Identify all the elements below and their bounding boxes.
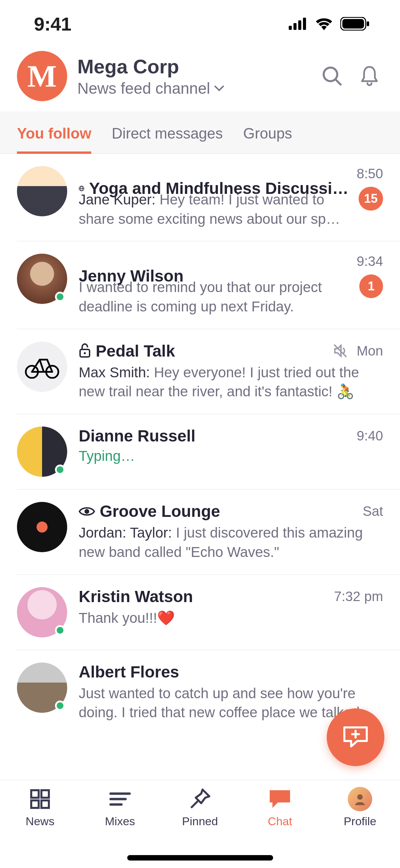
- nav-label: Pinned: [182, 815, 218, 828]
- search-icon: [322, 66, 343, 87]
- channel-name: News feed channel: [77, 79, 210, 97]
- status-time: 9:41: [34, 13, 71, 35]
- svg-point-27: [357, 794, 363, 800]
- workspace-logo[interactable]: M: [17, 51, 67, 101]
- chat-row[interactable]: Kristin Watson 7:32 pm Thank you!!!❤️: [17, 575, 400, 650]
- status-bar: 9:41: [0, 0, 400, 48]
- presence-indicator: [55, 625, 65, 635]
- chat-list[interactable]: Yoga and Mindfulness Discussi… 8:50 15 J…: [0, 154, 400, 735]
- svg-line-8: [336, 79, 341, 85]
- new-chat-button[interactable]: [327, 708, 384, 766]
- svg-rect-20: [31, 790, 39, 798]
- chat-title: Pedal Talk: [79, 342, 327, 360]
- workspace-title: Mega Corp: [77, 55, 308, 78]
- nav-label: Mixes: [105, 815, 135, 828]
- presence-indicator: [55, 701, 65, 711]
- header: M Mega Corp News feed channel: [0, 48, 400, 111]
- channel-selector[interactable]: News feed channel: [77, 79, 308, 97]
- svg-rect-21: [41, 790, 49, 798]
- mixes-icon: [109, 791, 131, 807]
- chevron-down-icon: [214, 85, 224, 92]
- nav-label: Profile: [344, 815, 376, 828]
- presence-indicator: [55, 465, 65, 475]
- wifi-icon: [315, 17, 333, 30]
- nav-profile[interactable]: Profile: [329, 787, 391, 868]
- search-button[interactable]: [319, 62, 346, 90]
- avatar: [17, 587, 67, 637]
- chat-title: Dianne Russell: [79, 427, 348, 445]
- svg-rect-6: [367, 21, 369, 26]
- svg-rect-23: [41, 800, 49, 808]
- chat-preview: Thank you!!!❤️: [79, 609, 383, 628]
- avatar: [17, 663, 67, 713]
- cellular-icon: [289, 18, 308, 30]
- svg-rect-2: [298, 20, 301, 30]
- new-message-icon: [342, 725, 369, 749]
- eye-icon: [79, 506, 95, 517]
- svg-rect-3: [303, 18, 306, 30]
- chat-preview: Jordan: Taylor: I just discovered this a…: [79, 523, 383, 562]
- header-titles[interactable]: Mega Corp News feed channel: [77, 55, 308, 97]
- chat-title: Groove Lounge: [79, 502, 355, 521]
- typing-indicator: Typing…: [79, 448, 383, 464]
- chat-row[interactable]: Pedal Talk Mon Max Smith: Hey everyone! …: [17, 329, 400, 414]
- notifications-button[interactable]: [356, 62, 383, 90]
- chat-time: 8:50: [357, 166, 383, 181]
- svg-rect-22: [31, 800, 39, 808]
- avatar: [17, 427, 67, 477]
- avatar: [17, 342, 67, 392]
- lock-icon: [79, 343, 91, 358]
- tab-you-follow[interactable]: You follow: [17, 118, 91, 153]
- news-icon: [29, 788, 51, 810]
- chat-row[interactable]: Jenny Wilson 9:34 1 I wanted to remind y…: [17, 241, 400, 329]
- avatar: [17, 254, 67, 304]
- chat-title: Kristin Watson: [79, 587, 326, 606]
- unread-badge: 15: [359, 187, 383, 211]
- chat-time: 7:32 pm: [334, 589, 383, 604]
- nav-label: News: [25, 815, 54, 828]
- chat-row[interactable]: Groove Lounge Sat Jordan: Taylor: I just…: [17, 490, 400, 575]
- muted-icon: [332, 343, 348, 359]
- svg-rect-1: [293, 23, 297, 30]
- chat-time: Mon: [357, 343, 383, 359]
- svg-rect-0: [289, 26, 292, 30]
- bicycle-icon: [23, 355, 61, 379]
- chat-preview: Max Smith: Hey everyone! I just tried ou…: [79, 363, 383, 401]
- chat-row[interactable]: Yoga and Mindfulness Discussi… 8:50 15 J…: [17, 154, 400, 241]
- tab-bar: You follow Direct messages Groups: [0, 111, 400, 154]
- avatar: [17, 166, 67, 216]
- chat-time: Sat: [363, 504, 383, 519]
- pin-icon: [189, 788, 211, 810]
- chat-title: Albert Flores: [79, 663, 383, 681]
- bell-icon: [360, 66, 379, 87]
- nav-news[interactable]: News: [9, 787, 71, 868]
- bottom-nav: News Mixes Pinned Chat Profile: [0, 780, 400, 868]
- svg-point-15: [84, 352, 86, 354]
- unread-badge: 1: [359, 274, 383, 298]
- chat-icon: [268, 789, 291, 809]
- presence-indicator: [55, 292, 65, 302]
- nav-label: Chat: [268, 815, 292, 828]
- tab-direct-messages[interactable]: Direct messages: [112, 118, 223, 153]
- status-icons: [289, 17, 369, 31]
- profile-avatar-icon: [348, 787, 372, 811]
- chat-row[interactable]: Dianne Russell 9:40 Typing…: [17, 414, 400, 490]
- tab-groups[interactable]: Groups: [243, 118, 292, 153]
- chat-time: 9:34: [357, 254, 383, 269]
- chat-time: 9:40: [357, 428, 383, 444]
- svg-point-17: [84, 509, 89, 514]
- avatar: [17, 502, 67, 552]
- home-indicator[interactable]: [127, 855, 273, 861]
- battery-icon: [340, 17, 369, 31]
- svg-rect-5: [342, 19, 364, 29]
